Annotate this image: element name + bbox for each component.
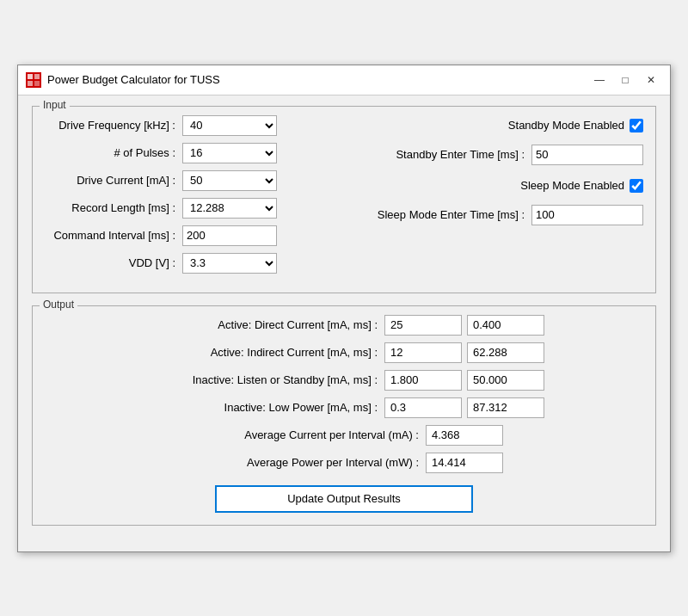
output-value1-3[interactable] [384,397,462,418]
close-button[interactable]: ✕ [639,71,663,89]
window-controls: — □ ✕ [587,71,663,89]
record-length-label: Record Length [ms] : [45,201,182,214]
standby-enter-time-row: Standby Enter Time [ms] : [353,145,643,165]
svg-rect-1 [28,74,33,79]
sleep-mode-enter-time-label: Sleep Mode Enter Time [ms] : [353,208,531,221]
output-value1-1[interactable] [384,342,462,363]
record-length-row: Record Length [ms] : 12.288 6.144 24.576 [45,198,335,219]
input-right: Standby Mode Enabled Standby Enter Time … [353,115,643,280]
input-left: Drive Frequency [kHz] : 40 20 80 # of Pu… [45,115,335,280]
drive-current-select[interactable]: 50 25 75 100 [182,170,277,191]
output-section: Active: Direct Current [mA, ms] : Active… [45,315,643,513]
output-row-1: Active: Indirect Current [mA, ms] : [45,342,643,363]
standby-mode-checkbox[interactable] [630,119,643,132]
num-pulses-row: # of Pulses : 16 8 32 [45,143,335,163]
sleep-mode-enter-time-row: Sleep Mode Enter Time [ms] : [353,205,643,225]
maximize-button[interactable]: □ [613,71,637,89]
output-value1-0[interactable] [384,315,462,336]
window-title: Power Budget Calculator for TUSS [47,73,587,86]
avg-power-row: Average Power per Interval (mW) : [45,453,643,473]
output-value2-1[interactable] [467,342,544,363]
app-icon [25,71,42,89]
output-label-3: Inactive: Low Power [mA, ms] : [144,401,384,414]
drive-frequency-row: Drive Frequency [kHz] : 40 20 80 [45,115,335,136]
sleep-mode-enter-time-input[interactable] [531,205,643,225]
command-interval-row: Command Interval [ms] : [45,225,335,246]
minimize-button[interactable]: — [587,71,611,89]
output-label-1: Active: Indirect Current [mA, ms] : [144,346,384,359]
num-pulses-label: # of Pulses : [45,146,182,159]
vdd-label: VDD [V] : [45,256,182,269]
drive-current-row: Drive Current [mA] : 50 25 75 100 [45,170,335,191]
output-value2-0[interactable] [467,315,544,336]
svg-rect-4 [34,81,40,86]
sleep-mode-checkbox[interactable] [630,179,643,193]
output-group-label: Output [40,299,77,311]
command-interval-input[interactable] [182,225,277,246]
drive-current-label: Drive Current [mA] : [45,174,182,187]
sleep-mode-row: Sleep Mode Enabled [353,179,643,193]
vdd-row: VDD [V] : 3.3 5.0 [45,253,335,274]
output-value2-2[interactable] [467,370,544,391]
output-label-0: Active: Direct Current [mA, ms] : [144,318,384,331]
drive-frequency-label: Drive Frequency [kHz] : [45,119,182,132]
output-row-0: Active: Direct Current [mA, ms] : [45,315,643,336]
standby-enter-time-label: Standby Enter Time [ms] : [353,148,531,161]
window-content: Input Drive Frequency [kHz] : 40 20 80 #… [18,95,670,551]
avg-current-label: Average Current per Interval (mA) : [185,428,426,441]
avg-power-input[interactable] [426,453,503,473]
avg-current-input[interactable] [426,425,503,446]
vdd-select[interactable]: 3.3 5.0 [182,253,277,274]
main-window: Power Budget Calculator for TUSS — □ ✕ I… [17,65,671,552]
svg-rect-3 [28,81,33,86]
update-output-button[interactable]: Update Output Results [215,485,473,513]
standby-mode-label: Standby Mode Enabled [508,119,624,132]
output-value1-2[interactable] [384,370,462,391]
output-row-2: Inactive: Listen or Standby [mA, ms] : [45,370,643,391]
output-group: Output Active: Direct Current [mA, ms] :… [32,305,656,526]
output-row-3: Inactive: Low Power [mA, ms] : [45,397,643,418]
avg-power-label: Average Power per Interval (mW) : [185,456,426,469]
input-group: Input Drive Frequency [kHz] : 40 20 80 #… [32,106,656,293]
avg-current-row: Average Current per Interval (mA) : [45,425,643,446]
record-length-select[interactable]: 12.288 6.144 24.576 [182,198,277,219]
input-group-label: Input [40,99,70,111]
sleep-mode-label: Sleep Mode Enabled [520,179,624,192]
output-label-2: Inactive: Listen or Standby [mA, ms] : [144,373,384,386]
title-bar: Power Budget Calculator for TUSS — □ ✕ [18,65,670,95]
standby-mode-row: Standby Mode Enabled [353,119,643,132]
output-value2-3[interactable] [467,397,544,418]
command-interval-label: Command Interval [ms] : [45,229,182,242]
num-pulses-select[interactable]: 16 8 32 [182,143,277,163]
drive-frequency-select[interactable]: 40 20 80 [182,115,277,136]
standby-enter-time-input[interactable] [531,145,643,165]
svg-rect-2 [34,74,40,79]
input-section: Drive Frequency [kHz] : 40 20 80 # of Pu… [45,115,643,280]
